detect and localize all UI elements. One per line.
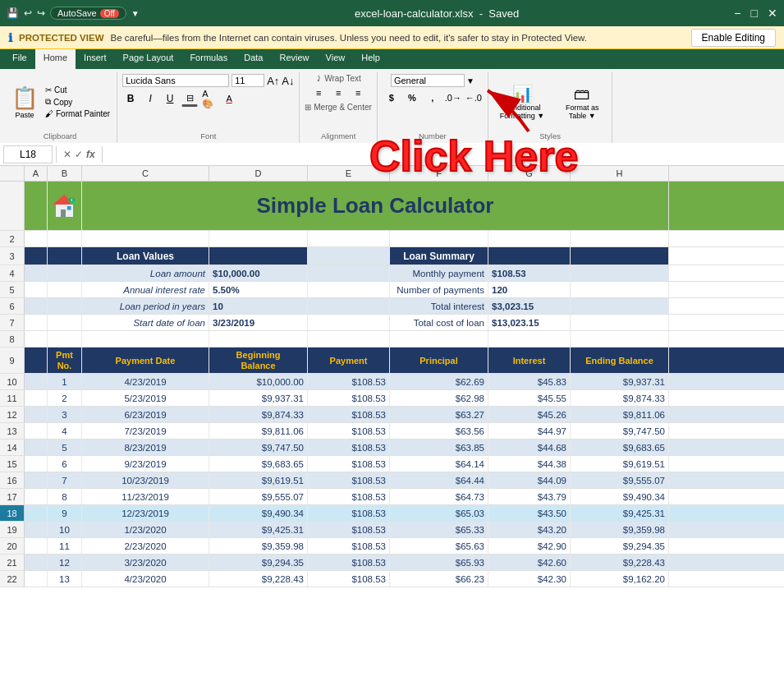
cell-a19[interactable]: [25, 522, 48, 537]
cell-b8[interactable]: [48, 331, 82, 347]
cell-a11[interactable]: [25, 390, 48, 406]
cell-c6[interactable]: Loan period in years: [82, 298, 209, 314]
cell-f16[interactable]: $64.44: [390, 472, 488, 488]
autosave-toggle[interactable]: AutoSave Off: [50, 7, 126, 20]
copy-button[interactable]: ⧉ Copy: [44, 96, 112, 108]
cell-g3[interactable]: [488, 247, 571, 265]
cell-e17[interactable]: $108.53: [308, 489, 390, 504]
border-button[interactable]: ⊟: [181, 90, 198, 107]
cut-button[interactable]: ✂ Cut: [44, 85, 112, 95]
cell-c17[interactable]: 11/23/2019: [82, 489, 209, 504]
cell-e9[interactable]: Payment: [308, 348, 390, 373]
cell-d12[interactable]: $9,874.33: [209, 407, 308, 422]
cell-a7[interactable]: [25, 315, 48, 330]
cell-a18[interactable]: [25, 505, 48, 521]
cell-a2[interactable]: [25, 231, 48, 246]
cell-f3[interactable]: Loan Summary: [390, 247, 488, 265]
cell-c15[interactable]: 9/23/2019: [82, 456, 209, 472]
bold-button[interactable]: B: [122, 90, 139, 107]
cell-a3[interactable]: [25, 247, 48, 265]
align-right-button[interactable]: ≡: [349, 85, 367, 101]
cell-e5[interactable]: [308, 282, 390, 297]
percent-button[interactable]: %: [403, 90, 421, 106]
cell-f10[interactable]: $62.69: [390, 374, 488, 389]
cell-f5[interactable]: Number of payments: [390, 282, 488, 297]
cell-g10[interactable]: $45.83: [488, 374, 571, 389]
cell-reference-box[interactable]: [3, 145, 53, 163]
cell-h10[interactable]: $9,937.31: [571, 374, 669, 389]
cell-d13[interactable]: $9,811.06: [209, 423, 308, 439]
cell-h5[interactable]: [571, 282, 669, 297]
cell-d22[interactable]: $9,228.43: [209, 571, 308, 587]
cell-d19[interactable]: $9,425.31: [209, 522, 308, 537]
cell-b7[interactable]: [48, 315, 82, 330]
comma-button[interactable]: ,: [424, 90, 442, 106]
cell-d3[interactable]: [209, 247, 308, 265]
cell-f18[interactable]: $65.03: [390, 505, 488, 521]
format-as-table-button[interactable]: 🗃 Format asTable ▼: [557, 81, 607, 123]
italic-button[interactable]: I: [142, 90, 158, 107]
cell-b21[interactable]: 12: [48, 555, 82, 570]
decrease-decimal-button[interactable]: ←.0: [465, 90, 483, 106]
col-header-b[interactable]: B: [48, 166, 82, 181]
merge-center-button[interactable]: ⊞ Merge & Center: [305, 103, 371, 112]
cell-c14[interactable]: 8/23/2019: [82, 440, 209, 455]
cell-f20[interactable]: $65.63: [390, 538, 488, 554]
close-icon[interactable]: ✕: [768, 7, 777, 20]
cell-d8[interactable]: [209, 331, 308, 347]
cell-c12[interactable]: 6/23/2019: [82, 407, 209, 422]
tab-home[interactable]: Home: [35, 49, 76, 69]
cell-h21[interactable]: $9,228.43: [571, 555, 669, 570]
cell-g19[interactable]: $43.20: [488, 522, 571, 537]
cell-a6[interactable]: [25, 298, 48, 314]
increase-decimal-button[interactable]: .0→: [444, 90, 462, 106]
cell-f9[interactable]: Principal: [390, 348, 488, 373]
font-size-input[interactable]: [232, 74, 264, 87]
cell-d17[interactable]: $9,555.07: [209, 489, 308, 504]
conditional-formatting-button[interactable]: 📊 ConditionalFormatting ▼: [493, 81, 551, 123]
font-color-button[interactable]: A: [221, 90, 237, 107]
cell-h2[interactable]: [571, 231, 669, 246]
cell-c20[interactable]: 2/23/2020: [82, 538, 209, 554]
redo-icon[interactable]: ↪: [37, 7, 45, 19]
cell-f21[interactable]: $65.93: [390, 555, 488, 570]
cell-b16[interactable]: 7: [48, 472, 82, 488]
number-format-select[interactable]: [391, 74, 465, 87]
cell-e14[interactable]: $108.53: [308, 440, 390, 455]
cell-h14[interactable]: $9,683.65: [571, 440, 669, 455]
formula-input[interactable]: [106, 145, 781, 163]
cell-e2[interactable]: [308, 231, 390, 246]
cell-f19[interactable]: $65.33: [390, 522, 488, 537]
cell-h8[interactable]: [571, 331, 669, 347]
cell-b6[interactable]: [48, 298, 82, 314]
tab-data[interactable]: Data: [236, 49, 271, 69]
cell-e8[interactable]: [308, 331, 390, 347]
increase-font-icon[interactable]: A↑: [267, 75, 279, 87]
col-header-f[interactable]: F: [390, 166, 488, 181]
cell-f7[interactable]: Total cost of loan: [390, 315, 488, 330]
cell-a13[interactable]: [25, 423, 48, 439]
cell-e16[interactable]: $108.53: [308, 472, 390, 488]
cell-a5[interactable]: [25, 282, 48, 297]
cell-g5[interactable]: 120: [488, 282, 571, 297]
cell-b3[interactable]: [48, 247, 82, 265]
cell-h13[interactable]: $9,747.50: [571, 423, 669, 439]
cell-g11[interactable]: $45.55: [488, 390, 571, 406]
cell-c18[interactable]: 12/23/2019: [82, 505, 209, 521]
cell-e11[interactable]: $108.53: [308, 390, 390, 406]
cell-b2[interactable]: [48, 231, 82, 246]
cell-g9[interactable]: Interest: [488, 348, 571, 373]
cell-f2[interactable]: [390, 231, 488, 246]
cell-g22[interactable]: $42.30: [488, 571, 571, 587]
cell-d18[interactable]: $9,490.34: [209, 505, 308, 521]
cell-h17[interactable]: $9,490.34: [571, 489, 669, 504]
number-format-dropdown[interactable]: ▼: [466, 76, 475, 85]
cell-c10[interactable]: 4/23/2019: [82, 374, 209, 389]
cell-h3[interactable]: [571, 247, 669, 265]
cell-b4[interactable]: [48, 265, 82, 281]
cell-b19[interactable]: 10: [48, 522, 82, 537]
cell-e12[interactable]: $108.53: [308, 407, 390, 422]
cell-d14[interactable]: $9,747.50: [209, 440, 308, 455]
cell-c21[interactable]: 3/23/2020: [82, 555, 209, 570]
cell-d10[interactable]: $10,000.00: [209, 374, 308, 389]
